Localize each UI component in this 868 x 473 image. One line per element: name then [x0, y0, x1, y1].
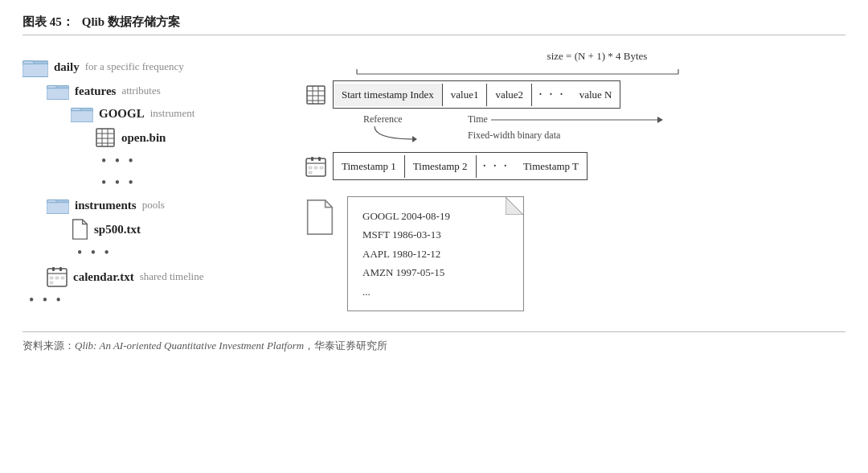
svg-rect-20 — [61, 277, 64, 279]
calendar-name: calendar.txt — [73, 270, 134, 284]
size-label: size = (N + 1) * 4 Bytes — [349, 50, 845, 63]
page-wrapper: 图表 45： Qlib 数据存储方案 daily for a specific … — [0, 0, 868, 364]
ts-cell-2: Timestamp 2 — [405, 155, 477, 178]
calendar-label: shared timeline — [140, 270, 204, 283]
ts-cells: Timestamp 1 Timestamp 2 · · · Timestamp … — [333, 152, 588, 180]
doc-line-4: AMZN 1997-05-15 — [362, 263, 509, 282]
svg-rect-13 — [47, 203, 69, 214]
tree-dots-bottom: • • • — [23, 292, 280, 309]
folder-icon-instruments — [47, 196, 69, 214]
footer-suffix: ，华泰证券研究所 — [304, 339, 387, 352]
svg-rect-5 — [71, 111, 93, 122]
openbin-name: open.bin — [121, 131, 166, 145]
tree-item-features: features attributes — [23, 82, 280, 100]
ts-cell-t: Timestamp T — [515, 155, 587, 178]
bin-icon-openbin — [95, 127, 116, 148]
folder-icon-googl — [71, 105, 93, 122]
timestamp-row: Timestamp 1 Timestamp 2 · · · Timestamp … — [305, 152, 845, 180]
bin-icon-binary — [305, 84, 326, 105]
features-name: features — [75, 84, 116, 98]
svg-rect-17 — [59, 267, 62, 271]
googl-label: instrument — [150, 107, 195, 120]
tree-item-calendar: calendar.txt shared timeline — [23, 266, 280, 287]
svg-rect-37 — [318, 157, 321, 161]
dots-label-3: • • • — [71, 245, 112, 261]
daily-label: for a specific frequency — [85, 60, 184, 73]
cell-v2: value2 — [487, 84, 532, 106]
main-content: daily for a specific frequency features … — [23, 50, 845, 314]
sp500-name: sp500.txt — [94, 223, 141, 236]
tree-dots-2: • • • — [23, 175, 280, 191]
folder-icon-features — [47, 82, 69, 100]
size-area: size = (N + 1) * 4 Bytes — [349, 50, 845, 79]
cell-vn: value N — [571, 84, 620, 106]
svg-rect-38 — [309, 167, 312, 169]
dots-label-bottom: • • • — [23, 292, 63, 309]
svg-rect-36 — [311, 157, 313, 161]
header-label: 图表 45： — [23, 14, 74, 30]
annotations-area: Reference Time Fixed-width bin — [349, 112, 845, 147]
daily-name: daily — [54, 60, 80, 74]
svg-marker-42 — [506, 197, 523, 215]
cal-icon-ts — [305, 156, 326, 177]
diagram-panel: size = (N + 1) * 4 Bytes — [305, 50, 845, 311]
doc-corner-svg — [506, 197, 523, 215]
doc-section: GOOGL 2004-08-19 MSFT 1986-03-13 AAPL 19… — [305, 196, 845, 311]
cal-icon-calendar — [47, 266, 68, 287]
doc-line-1: GOOGL 2004-08-19 — [362, 207, 509, 225]
svg-rect-41 — [309, 171, 312, 174]
svg-marker-31 — [412, 136, 417, 142]
tree-dots-1: • • • — [23, 153, 280, 170]
svg-rect-39 — [314, 167, 317, 169]
svg-rect-25 — [307, 86, 325, 104]
tree-item-googl: GOOGL instrument — [23, 105, 280, 122]
fixed-label: Fixed-width binary data — [468, 130, 560, 142]
svg-rect-40 — [320, 167, 323, 169]
time-area: Time — [468, 113, 668, 125]
file-icon-sp500 — [71, 219, 88, 240]
svg-rect-16 — [52, 267, 55, 271]
instruments-label: pools — [142, 199, 165, 212]
svg-rect-6 — [96, 129, 114, 146]
svg-rect-18 — [50, 277, 53, 279]
header: 图表 45： Qlib 数据存储方案 — [23, 14, 845, 35]
instruments-name: instruments — [75, 199, 137, 212]
dots-label-2: • • • — [95, 175, 136, 191]
doc-line-5: ... — [362, 282, 509, 301]
tree-item-instruments: instruments pools — [23, 196, 280, 214]
svg-marker-33 — [657, 117, 663, 123]
doc-icon-large — [305, 199, 334, 235]
svg-rect-19 — [55, 277, 59, 279]
doc-line-3: AAPL 1980-12-12 — [362, 245, 509, 263]
svg-rect-1 — [23, 64, 48, 76]
tree-dots-3: • • • — [23, 245, 280, 261]
file-tree: daily for a specific frequency features … — [23, 50, 280, 314]
ref-label: Reference — [363, 113, 403, 125]
folder-icon-daily — [23, 56, 48, 77]
footer-source: 资料来源： — [23, 339, 75, 352]
googl-name: GOOGL — [99, 107, 145, 121]
svg-rect-3 — [47, 88, 69, 100]
tree-item-openbin: open.bin — [23, 127, 280, 148]
cell-dots: · · · — [532, 81, 571, 108]
binary-diagram: size = (N + 1) * 4 Bytes — [305, 50, 845, 180]
header-title: Qlib 数据存储方案 — [82, 14, 180, 30]
svg-rect-21 — [50, 282, 53, 284]
ts-cell-1: Timestamp 1 — [334, 155, 405, 178]
ts-dots: · · · — [477, 153, 516, 179]
binary-cells: Start timestamp Index value1 value2 · · … — [333, 80, 620, 109]
footer: 资料来源：Qlib: An AI-oriented Quantitative I… — [23, 331, 845, 353]
doc-line-2: MSFT 1986-03-13 — [362, 225, 509, 244]
binary-row: Start timestamp Index value1 value2 · · … — [305, 80, 845, 109]
size-brace-svg — [349, 63, 686, 76]
ref-arrow-svg — [366, 125, 447, 144]
dots-label-1: • • • — [95, 153, 136, 170]
cell-start-ts: Start timestamp Index — [334, 84, 443, 106]
footer-italic: Qlib: An AI-oriented Quantitative Invest… — [75, 339, 304, 352]
tree-item-daily: daily for a specific frequency — [23, 56, 280, 77]
tree-item-sp500: sp500.txt — [23, 219, 280, 240]
time-arrow-svg — [491, 114, 668, 125]
time-label: Time — [468, 113, 488, 125]
doc-box: GOOGL 2004-08-19 MSFT 1986-03-13 AAPL 19… — [347, 196, 524, 311]
cell-v1: value1 — [443, 84, 488, 106]
